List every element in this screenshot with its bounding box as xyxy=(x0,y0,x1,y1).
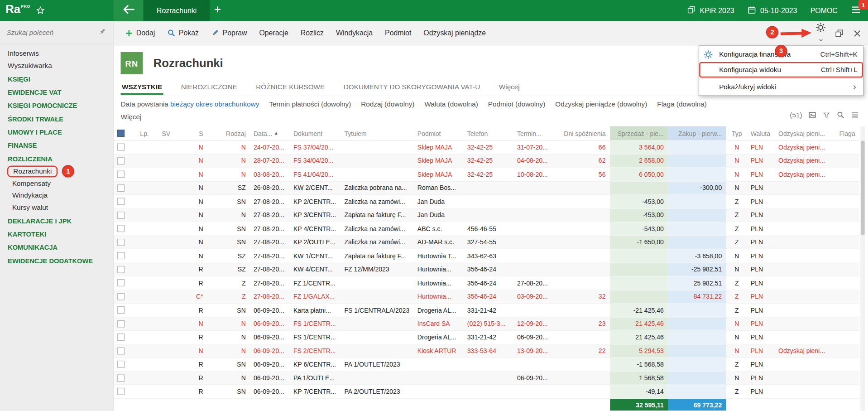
toolbar-button-dodaj[interactable]: Dodaj xyxy=(119,21,161,45)
row-checkbox[interactable] xyxy=(117,198,125,205)
row-checkbox[interactable] xyxy=(117,334,125,341)
row-checkbox[interactable] xyxy=(117,374,125,382)
column-header-sprzedaz[interactable]: Sprzedaż - pie... xyxy=(610,126,668,140)
row-checkbox[interactable] xyxy=(117,225,125,232)
pin-icon[interactable] xyxy=(99,28,106,38)
filter-more-link[interactable]: Więcej xyxy=(121,113,142,121)
command-search[interactable] xyxy=(0,21,113,44)
column-header-waluta[interactable]: Waluta xyxy=(747,126,775,140)
date-selector[interactable]: 05-10-2023 xyxy=(748,5,797,16)
row-checkbox[interactable] xyxy=(117,212,125,219)
table-row[interactable]: RN06-09-20...FS 1/CENTR...Drogeria AL...… xyxy=(114,331,859,344)
cell-odzyskaj[interactable]: Odzyskaj pieni... xyxy=(775,344,836,358)
table-row[interactable]: C*Z27-08-20...FZ 1/GALAX...Hurtownia...3… xyxy=(114,290,859,304)
sidebar-item-kompensaty[interactable]: Kompensaty xyxy=(0,177,113,189)
scrollbar-thumb[interactable] xyxy=(861,141,865,235)
menu-item-konfiguracja-widoku[interactable]: Konfiguracja widokuCtrl+Shift+L xyxy=(699,62,863,77)
toolbar-button-rozlicz[interactable]: Rozlicz xyxy=(294,21,330,45)
table-row[interactable]: RSN06-09-20...KP 7/CENTR...PA 2/OUTLET/2… xyxy=(114,385,859,399)
table-row[interactable]: NN24-07-20...FS 37/04/20...Sklep MAJA32-… xyxy=(114,141,859,155)
filter-termin-platnosci-dowolny[interactable]: Termin płatności (dowolny) xyxy=(269,100,351,108)
column-header-typ[interactable]: Typ xyxy=(726,126,747,140)
table-row[interactable]: RSZ27-08-20...KW 4/CENT...FZ 12/MM/2023H… xyxy=(114,263,859,276)
sidebar-item-wyszukiwarka[interactable]: Wyszukiwarka xyxy=(0,60,113,72)
table-row[interactable]: RZ27-08-20...FZ 1/CENTR...Hurtownia...35… xyxy=(114,276,859,290)
sidebar-item-kartoteki[interactable]: KARTOTEKI xyxy=(0,228,113,241)
toolbar-button-pokaz[interactable]: Pokaż xyxy=(161,21,205,45)
column-header-s[interactable]: S xyxy=(179,126,208,140)
row-checkbox[interactable] xyxy=(117,361,125,368)
column-header-odzyskaj[interactable]: Odzyskaj pieni... xyxy=(775,126,836,140)
sidebar-item-infoserwis[interactable]: Infoserwis xyxy=(0,48,113,60)
table-row[interactable]: NN28-07-20...FS 34/04/20...Sklep MAJA32-… xyxy=(114,154,859,168)
row-checkbox[interactable] xyxy=(117,252,125,260)
table-row[interactable]: RSN06-09-20...Karta płatni...FS 1/CENTRA… xyxy=(114,304,859,317)
sidebar-item-deklaracje-i-jpk[interactable]: DEKLARACJE I JPK xyxy=(0,215,113,227)
row-checkbox[interactable] xyxy=(117,320,125,327)
column-header-podmiot[interactable]: Podmiot xyxy=(414,126,464,140)
toolbar-button-operacje[interactable]: Operacje xyxy=(253,21,294,45)
close-button[interactable] xyxy=(853,29,861,37)
sidebar-item-ewidencje-dodatkowe[interactable]: EWIDENCJE DODATKOWE xyxy=(0,255,113,267)
sidebar-item-ksiegi[interactable]: KSIĘGI xyxy=(0,73,113,85)
tab-wszystkie[interactable]: WSZYSTKIE xyxy=(121,81,163,95)
search-input[interactable] xyxy=(7,29,96,36)
row-checkbox[interactable] xyxy=(117,144,125,151)
row-checkbox[interactable] xyxy=(117,266,125,273)
tab-dokumenty-do-skorygowania-vat-u[interactable]: DOKUMENTY DO SKORYGOWANIA VAT-U xyxy=(342,81,481,95)
vertical-scrollbar[interactable] xyxy=(860,126,865,411)
filter-data-powstania[interactable]: Data powstania bieżący okres obrachunkow… xyxy=(121,100,259,108)
table-row[interactable]: RN06-09-20...PA 1/OUTLE...06-09-20...1 5… xyxy=(114,372,859,385)
sidebar-item-rozliczenia[interactable]: ROZLICZENIA xyxy=(0,153,113,165)
column-header-data[interactable]: Data...▲ xyxy=(250,126,290,140)
table-row[interactable]: NN06-09-20...FS 2/CENTR...Kiosk ARTUR333… xyxy=(114,344,859,358)
column-header-sv[interactable]: SV xyxy=(153,126,179,140)
column-header-zakup[interactable]: Zakup - pierw... xyxy=(668,126,726,140)
list-menu-icon[interactable] xyxy=(851,111,859,119)
search-list-icon[interactable] xyxy=(836,111,844,119)
filter-waluta-dowolna[interactable]: Waluta (dowolna) xyxy=(424,100,478,108)
sidebar-item-windykacja[interactable]: Windykacja xyxy=(0,189,113,202)
row-checkbox[interactable] xyxy=(117,171,125,178)
row-checkbox[interactable] xyxy=(117,388,125,395)
select-all-checkbox[interactable] xyxy=(117,130,125,137)
column-header-tytulem[interactable]: Tytułem xyxy=(341,126,414,140)
help-button[interactable]: POMOC xyxy=(810,6,838,15)
column-header-termin[interactable]: Termin... xyxy=(514,126,553,140)
table-row[interactable]: NSZ26-08-20...KW 2/CENT...Zaliczka pobra… xyxy=(114,181,859,195)
filter-funnel-icon[interactable] xyxy=(823,111,830,119)
sidebar-item-ksiegi-pomocnicze[interactable]: KSIĘGI POMOCNICZE xyxy=(0,100,113,112)
sidebar-item-srodki-trwale[interactable]: ŚRODKI TRWAŁE xyxy=(0,113,113,125)
topbar-tab-rozrachunki[interactable]: Rozrachunki xyxy=(144,0,210,21)
filter-rodzaj-dowolny[interactable]: Rodzaj (dowolny) xyxy=(361,100,414,108)
new-tab-button[interactable] xyxy=(206,0,229,21)
tab-wiecej[interactable]: Więcej xyxy=(498,81,521,95)
sidebar-item-finanse[interactable]: FINANSE xyxy=(0,140,113,152)
table-row[interactable]: NSN27-08-20...KP 2/CENTR...Zaliczka na z… xyxy=(114,195,859,208)
sidebar-item-kursy-walut[interactable]: Kursy walut xyxy=(0,202,113,214)
cell-odzyskaj[interactable]: Odzyskaj pieni... xyxy=(775,168,836,181)
sidebar-item-umowy-i-place[interactable]: UMOWY I PŁACE xyxy=(0,126,113,139)
table-row[interactable]: NSZ27-08-20...KW 1/CENT...Zapłata na fak… xyxy=(114,249,859,263)
row-checkbox[interactable] xyxy=(117,347,125,354)
favorites-star-icon[interactable] xyxy=(35,5,45,18)
menu-item-pokaz-ukryj-widoki[interactable]: Pokaż/ukryj widoki xyxy=(699,79,863,95)
table-row[interactable]: RSN06-09-20...KP 6/CENTR...PA 1/OUTLET/2… xyxy=(114,358,859,372)
settings-button[interactable] xyxy=(815,22,826,44)
column-header-dni[interactable]: Dni spóźnienia xyxy=(552,126,610,140)
back-button[interactable] xyxy=(114,0,144,21)
table-row[interactable]: NSN27-08-20...KP 4/CENTR...Zaliczka na z… xyxy=(114,222,859,236)
table-row[interactable]: NN03-08-20...FS 41/04/20...Sklep MAJA32-… xyxy=(114,168,859,181)
sidebar-item-komunikacja[interactable]: KOMUNIKACJA xyxy=(0,242,113,254)
column-header-select-all[interactable] xyxy=(114,126,130,140)
row-checkbox[interactable] xyxy=(117,279,125,286)
column-header-rodzaj[interactable]: Rodzaj xyxy=(207,126,250,140)
tab-roznice-kursowe[interactable]: RÓŻNICE KURSOWE xyxy=(255,81,326,95)
sidebar-item-rozrachunki[interactable]: Rozrachunki1 xyxy=(0,165,113,177)
toolbar-button-windykacja[interactable]: Windykacja xyxy=(330,21,379,45)
cell-odzyskaj[interactable]: Odzyskaj pieni... xyxy=(775,141,836,154)
sidebar-item-ewidencje-vat[interactable]: EWIDENCJE VAT xyxy=(0,87,113,99)
row-checkbox[interactable] xyxy=(117,306,125,314)
filter-odzyskaj-pieniadze-dowolny[interactable]: Odzyskaj pieniądze (dowolny) xyxy=(555,100,647,108)
app-logo[interactable]: Ra PRO xyxy=(5,3,30,15)
